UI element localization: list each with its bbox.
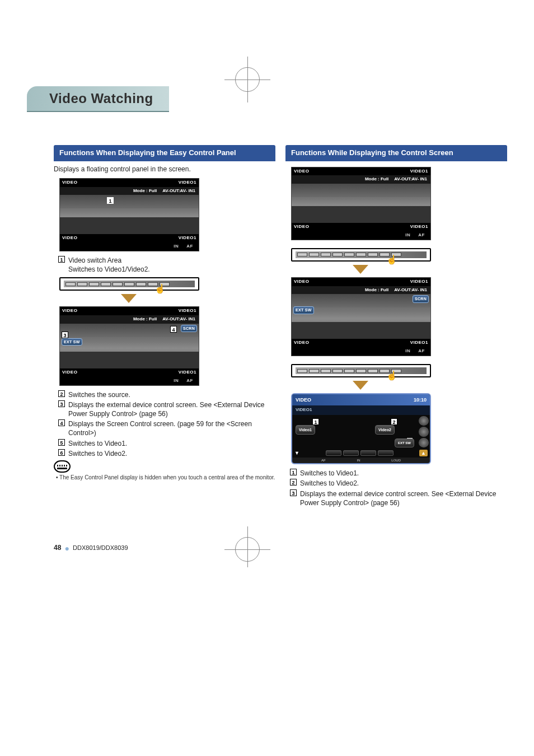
pointer-bar-right-1: ☝ — [291, 248, 431, 262]
down-arrow-icon — [353, 381, 368, 390]
left-figure-1: VIDEO VIDEO1 Mode : Full AV-OUT:AV- IN1 … — [59, 178, 199, 251]
down-arrow-icon — [353, 265, 368, 274]
down-arrow-icon — [121, 294, 137, 303]
extsw-button[interactable]: EXT SW — [62, 338, 82, 346]
control-panel: VIDEO 10:10 VIDEO1 1 Video1 2 Video2 3 E… — [291, 393, 431, 464]
left-figure-2: VIDEO VIDEO1 Mode : Full AV-OUT:AV- IN1 … — [59, 306, 199, 385]
item-text-1: Video switch Area Switches to Video1/Vid… — [68, 256, 275, 274]
side-icon[interactable] — [419, 416, 429, 426]
panel-loud-label: LOUD — [391, 458, 401, 463]
scrn-button[interactable]: SCRN — [181, 325, 197, 332]
page-footer: 48 ● DDX8019/DDX8039 — [27, 543, 507, 554]
panel-clock: 10:10 — [414, 396, 427, 403]
left-section-title: Functions When Displaying the Easy Contr… — [54, 145, 275, 161]
scrn-button[interactable]: SCRN — [413, 295, 429, 302]
panel-callout-1: 1 — [312, 418, 319, 425]
fig-label-video: VIDEO — [62, 180, 77, 186]
fig-in: IN — [174, 244, 179, 250]
note-text: • The Easy Control Panel display is hidd… — [56, 474, 275, 482]
left-intro: Displays a floating control panel in the… — [54, 165, 275, 174]
pointer-bar-right-2: ☝ — [291, 364, 431, 377]
fig-label-video-bot: VIDEO — [62, 235, 77, 241]
right-figure-1: VIDEO VIDEO1 Mode : Full AV-OUT:AV- IN1 … — [291, 167, 431, 240]
note-icon — [54, 460, 71, 473]
panel-title: VIDEO — [296, 396, 311, 403]
extsw-button[interactable]: EXT SW — [293, 306, 314, 314]
right-list: 1Switches to Video1. 2Switches to Video2… — [290, 469, 507, 507]
right-column: Functions While Displaying the Control S… — [285, 145, 507, 510]
side-icon[interactable] — [419, 438, 429, 447]
fig-mode: Mode : Full — [133, 188, 157, 194]
fig-label-video1: VIDEO1 — [179, 180, 196, 186]
page-number: 48 — [54, 544, 61, 552]
panel-extsw-button[interactable]: EXT SW — [395, 438, 414, 447]
fig-af: AF — [186, 244, 193, 250]
hand-icon: ☝ — [386, 370, 397, 382]
pointer-bar-left: ☝ — [59, 277, 199, 291]
left-list-1: 1 Video switch Area Switches to Video1/V… — [58, 256, 275, 274]
right-figure-2: VIDEO VIDEO1 Mode : Full AV-OUT:AV- IN1 … — [291, 277, 431, 356]
panel-up-button[interactable]: ▲ — [419, 450, 428, 456]
right-section-title: Functions While Displaying the Control S… — [285, 145, 507, 161]
fig-label-video1-bot: VIDEO1 — [179, 235, 196, 241]
side-icon[interactable] — [419, 427, 429, 436]
callout-1: 1 — [107, 197, 114, 204]
panel-af-label: AF — [321, 458, 326, 463]
panel-down-button[interactable]: ▼ — [294, 450, 299, 456]
callout-4: 4 — [170, 326, 177, 333]
model-label: DDX8019/DDX8039 — [73, 544, 128, 551]
panel-side-icons — [418, 415, 430, 449]
fig-avout: AV-OUT:AV- IN1 — [162, 188, 195, 194]
left-list-2: 2Switches the source. 3Displays the exte… — [58, 390, 275, 458]
left-column: Functions When Displaying the Easy Contr… — [54, 145, 275, 510]
panel-video1-button[interactable]: Video1 — [296, 425, 315, 435]
hand-icon: ☝ — [154, 283, 166, 295]
chapter-title: Video Watching — [27, 86, 169, 111]
panel-callout-2: 2 — [391, 418, 397, 425]
item-num-1: 1 — [58, 256, 65, 263]
panel-video2-button[interactable]: Video2 — [375, 425, 395, 435]
panel-in-label: IN — [357, 458, 360, 463]
callout-3: 3 — [62, 332, 68, 338]
hand-icon: ☝ — [386, 254, 397, 266]
panel-sub: VIDEO1 — [292, 405, 430, 415]
